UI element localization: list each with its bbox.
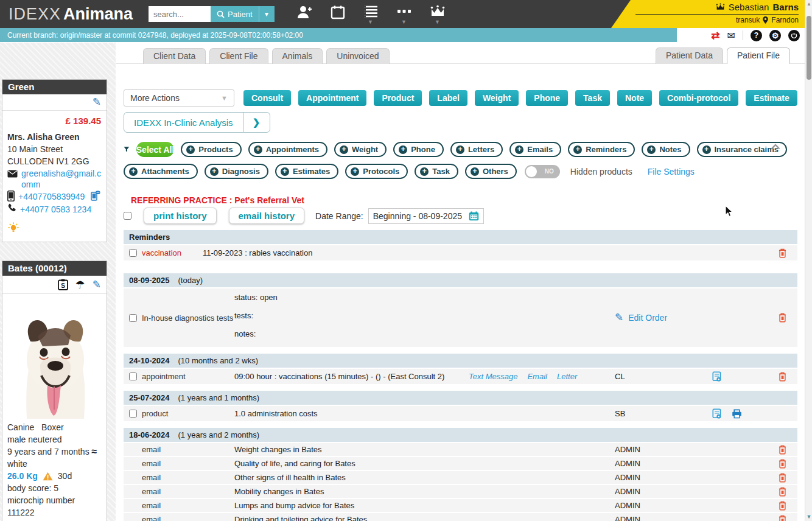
delete-trash-icon[interactable] bbox=[779, 487, 786, 497]
file-settings-link[interactable]: File Settings bbox=[648, 167, 695, 177]
search-type-dropdown[interactable]: ▼ bbox=[259, 6, 275, 22]
date-range-input[interactable]: Beginning - 08-09-2025 bbox=[368, 208, 484, 224]
tab-animals[interactable]: Animals bbox=[272, 48, 323, 64]
client-email-link[interactable]: greenalisha@gmail.comm bbox=[21, 168, 102, 190]
delete-trash-icon[interactable] bbox=[779, 459, 786, 469]
client-mobile-link[interactable]: +4407705839949 bbox=[18, 191, 85, 203]
tab-client-data[interactable]: Client Data bbox=[143, 48, 206, 64]
filter-pill-appointments[interactable]: +Appointments bbox=[248, 142, 327, 157]
document-preview-icon[interactable] bbox=[712, 408, 722, 419]
select-all-filter-button[interactable]: Select All bbox=[136, 142, 175, 157]
location-name[interactable]: Farndon bbox=[771, 16, 799, 24]
edit-patient-icon[interactable]: ✎ bbox=[93, 280, 101, 290]
edit-client-icon[interactable]: ✎ bbox=[93, 97, 101, 107]
note-button[interactable]: Note bbox=[617, 90, 652, 106]
client-balance[interactable]: £ 139.45 bbox=[2, 111, 107, 130]
tab-patient-data[interactable]: Patient Data bbox=[656, 47, 723, 64]
delete-trash-icon[interactable] bbox=[779, 515, 786, 521]
calendar-button[interactable] bbox=[331, 5, 345, 19]
filter-pill-attachments[interactable]: +Attachments bbox=[124, 164, 198, 179]
appointment-button[interactable]: Appointment bbox=[298, 90, 366, 106]
delete-trash-icon[interactable] bbox=[779, 501, 786, 511]
scroll-up-arrow[interactable]: ▲ bbox=[806, 1, 812, 7]
clipboard-s-icon[interactable]: S bbox=[58, 279, 68, 290]
delete-trash-icon[interactable] bbox=[779, 313, 786, 323]
user-last-name[interactable]: Barns bbox=[772, 2, 799, 12]
filter-pill-notes[interactable]: +Notes bbox=[642, 142, 690, 157]
insurance-umbrella-icon[interactable]: ☂ bbox=[75, 280, 85, 290]
calendar-icon[interactable] bbox=[469, 211, 479, 221]
row-checkbox[interactable] bbox=[129, 314, 137, 322]
idexx-inclinic-analysis-button[interactable]: IDEXX In-Clinic Analysis ❯ bbox=[124, 112, 270, 133]
row-checkbox[interactable] bbox=[129, 410, 137, 418]
vertical-scrollbar[interactable]: ▲ ▼ bbox=[805, 0, 812, 521]
phone-button[interactable]: Phone bbox=[526, 90, 568, 106]
settings-gear-icon[interactable]: ⚙ bbox=[769, 30, 781, 41]
more-menu-button[interactable]: ▼ bbox=[396, 5, 412, 24]
filter-pill-letters[interactable]: +Letters bbox=[450, 142, 503, 157]
filter-pill-task[interactable]: +Task bbox=[415, 164, 458, 179]
collapse-filters-icon[interactable] bbox=[771, 142, 780, 152]
more-actions-dropdown[interactable]: More Actions ▼ bbox=[124, 89, 234, 107]
scroll-down-arrow[interactable]: ▼ bbox=[806, 514, 812, 520]
patient-weight-link[interactable]: 26.0 Kg bbox=[7, 470, 38, 482]
document-preview-icon[interactable] bbox=[712, 371, 722, 382]
combi-protocol-button[interactable]: Combi-protocol bbox=[659, 90, 738, 106]
select-all-rows-checkbox[interactable] bbox=[124, 212, 131, 220]
user-first-name[interactable]: Sebastian bbox=[729, 2, 769, 12]
delete-trash-icon[interactable] bbox=[779, 248, 786, 258]
filter-pill-phone[interactable]: +Phone bbox=[393, 142, 444, 157]
tab-patient-file[interactable]: Patient File bbox=[727, 47, 790, 64]
text-message-link[interactable]: Text Message bbox=[469, 372, 517, 381]
filter-pill-others[interactable]: +Others bbox=[465, 164, 517, 179]
switch-user-icon[interactable]: ⇄ bbox=[711, 29, 719, 42]
delete-trash-icon[interactable] bbox=[779, 445, 786, 455]
delete-trash-icon[interactable] bbox=[779, 473, 786, 483]
label-button[interactable]: Label bbox=[429, 90, 467, 106]
chevron-down-icon[interactable]: ❯ bbox=[243, 113, 270, 132]
row-initials: SB bbox=[615, 409, 712, 418]
edit-order-link[interactable]: ✎Edit Order bbox=[615, 313, 667, 323]
weight-warning-icon[interactable] bbox=[43, 472, 53, 481]
hidden-products-toggle[interactable]: NO bbox=[525, 165, 560, 178]
email-link[interactable]: Email bbox=[527, 372, 547, 381]
search-patient-button[interactable]: Patient bbox=[211, 6, 258, 22]
estimate-button[interactable]: Estimate bbox=[746, 90, 797, 106]
filter-pill-products[interactable]: +Products bbox=[181, 142, 241, 157]
filter-pill-estimates[interactable]: +Estimates bbox=[275, 164, 338, 179]
trash-icon bbox=[779, 445, 786, 455]
filter-pill-weight[interactable]: +Weight bbox=[334, 142, 387, 157]
lightbulb-icon[interactable] bbox=[7, 222, 19, 234]
add-client-button[interactable] bbox=[296, 5, 312, 19]
tab-client-file[interactable]: Client File bbox=[209, 48, 268, 64]
delete-trash-icon[interactable] bbox=[779, 372, 786, 382]
scrollbar-thumb[interactable] bbox=[807, 16, 811, 80]
row-checkbox[interactable] bbox=[129, 372, 137, 380]
records-menu-button[interactable]: ▼ bbox=[363, 5, 378, 24]
weight-button[interactable]: Weight bbox=[475, 90, 519, 106]
email-history-button[interactable]: email history bbox=[229, 208, 305, 224]
print-icon[interactable] bbox=[732, 409, 742, 419]
filter-pill-emails[interactable]: +Emails bbox=[509, 142, 561, 157]
search-input[interactable] bbox=[149, 6, 211, 22]
filter-pill-reminders[interactable]: +Reminders bbox=[568, 142, 635, 157]
tab-uninvoiced[interactable]: Uninvoiced bbox=[326, 48, 389, 64]
print-history-button[interactable]: print history bbox=[144, 208, 217, 224]
reminder-type[interactable]: vaccination bbox=[142, 248, 203, 257]
consult-button[interactable]: Consult bbox=[243, 90, 291, 106]
mail-icon[interactable]: ✉ bbox=[727, 30, 735, 41]
product-button[interactable]: Product bbox=[374, 90, 422, 106]
sms-icon[interactable] bbox=[91, 191, 100, 201]
row-checkbox[interactable] bbox=[129, 249, 137, 257]
client-phone-link[interactable]: +44077 0583 1234 bbox=[20, 203, 91, 215]
approx-age-icon[interactable]: ≈ bbox=[92, 446, 97, 456]
practice-menu-button[interactable]: ▼ bbox=[430, 5, 445, 24]
help-icon[interactable]: ? bbox=[751, 30, 762, 41]
hidden-products-label: Hidden products bbox=[570, 167, 632, 177]
logout-power-icon[interactable] bbox=[788, 30, 800, 41]
filter-pill-diagnosis[interactable]: +Diagnosis bbox=[205, 164, 268, 179]
letter-link[interactable]: Letter bbox=[557, 372, 577, 381]
task-button[interactable]: Task bbox=[575, 90, 610, 106]
table-row: appointment09:00 hour : vaccinations (15… bbox=[124, 369, 797, 384]
filter-pill-protocols[interactable]: +Protocols bbox=[345, 164, 408, 179]
